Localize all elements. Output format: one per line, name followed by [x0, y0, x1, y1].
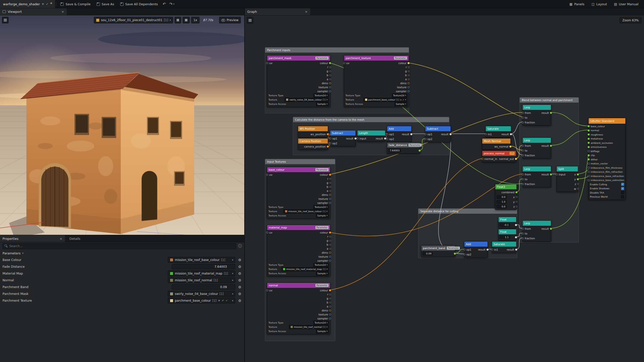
pin[interactable]	[327, 146, 329, 148]
node-select[interactable]: swirly_noise_04_base_colour[1]▾	[285, 98, 329, 102]
pin[interactable]	[329, 289, 331, 291]
stop-button[interactable]	[183, 17, 190, 23]
value-box[interactable]: 0.0	[497, 195, 507, 199]
node-select[interactable]: Texture2d▾	[313, 94, 329, 98]
check-icon[interactable]: ✓	[403, 99, 404, 101]
tab-properties[interactable]: Properties ×	[0, 235, 65, 242]
pin[interactable]	[516, 196, 517, 198]
pin[interactable]	[329, 82, 331, 84]
pin[interactable]	[450, 133, 452, 135]
tab-viewport[interactable]: Viewport ×	[0, 8, 67, 15]
pin[interactable]	[410, 133, 412, 135]
layout-button[interactable]: ◫ Layout	[588, 0, 610, 8]
viewport-menu-button[interactable]	[2, 17, 9, 23]
pin[interactable]	[408, 62, 410, 64]
pin[interactable]	[588, 171, 590, 173]
gear-icon[interactable]: ⚙	[235, 265, 244, 269]
pin[interactable]	[588, 158, 590, 160]
info-icon[interactable]: ⓘ	[238, 244, 242, 248]
pin[interactable]	[329, 306, 331, 307]
pin[interactable]	[522, 121, 524, 123]
value-box[interactable]: 7.64003	[388, 149, 401, 152]
graph-node-lerp4[interactable]: Lerpfromresulttofraction	[522, 220, 551, 242]
graph-node-add2[interactable]: Addop1resultop2	[464, 241, 488, 258]
search-input[interactable]	[3, 243, 236, 249]
pin[interactable]	[588, 125, 590, 127]
number-field[interactable]: 7.64003	[172, 264, 235, 269]
pin[interactable]	[408, 90, 410, 92]
panels-button[interactable]: ▦ Panels	[566, 0, 587, 8]
pin[interactable]	[329, 256, 331, 258]
pin[interactable]	[588, 154, 590, 156]
pin[interactable]	[329, 260, 331, 262]
pin[interactable]	[588, 146, 590, 148]
pin[interactable]	[522, 233, 524, 235]
graph-canvas[interactable]: Zoom 63% Parchment inputsCalculate the d…	[245, 15, 644, 362]
texture-select[interactable]: mission_tile_roof_base_colour[1]▾	[168, 257, 235, 263]
pin[interactable]	[510, 133, 512, 135]
checkbox[interactable]	[621, 195, 624, 198]
pin[interactable]	[424, 133, 426, 135]
node-select[interactable]: Sample▾	[316, 272, 329, 276]
zoom-indicator[interactable]: Zoom 63%	[620, 17, 641, 23]
pin[interactable]	[408, 82, 410, 84]
pin[interactable]	[408, 78, 410, 80]
pin[interactable]	[588, 150, 590, 152]
node-select[interactable]: Texture2d▾	[392, 94, 407, 98]
pin[interactable]	[329, 190, 331, 192]
plus-icon[interactable]: +	[42, 2, 44, 6]
node-select[interactable]: Sample▾	[394, 102, 407, 106]
value-box[interactable]: 0.09	[423, 252, 433, 255]
checkbox[interactable]: ✓	[621, 183, 624, 186]
pin[interactable]	[329, 236, 331, 238]
node-select[interactable]: Texture2d▾	[313, 205, 329, 209]
graph-node-split[interactable]: Splitinputxyzw	[556, 166, 578, 192]
pin[interactable]	[588, 167, 590, 169]
document-tab[interactable]: warforge_demo_shader + ✓ *	[0, 0, 55, 8]
check-icon[interactable]: ✓	[226, 299, 228, 302]
pin[interactable]	[588, 133, 590, 135]
pin[interactable]	[515, 249, 517, 251]
graph-node-parchment_texture[interactable]: parchment_textureParameteruvcolourrgbadi…	[344, 55, 409, 107]
pin[interactable]	[408, 70, 410, 72]
pin[interactable]	[509, 146, 511, 148]
pin[interactable]	[329, 298, 331, 299]
graph-node-length[interactable]: Lengthinputresult	[357, 130, 385, 142]
graph-node-float_a[interactable]: Float-0.1	[498, 217, 516, 228]
graph-node-lerp1[interactable]: Lerpfromresulttofraction	[522, 105, 551, 126]
pin[interactable]	[329, 138, 331, 140]
pin[interactable]	[577, 183, 579, 185]
gear-icon[interactable]: ⚙	[235, 258, 244, 262]
pin[interactable]	[329, 74, 331, 76]
pin[interactable]	[522, 178, 524, 180]
pin[interactable]	[550, 112, 552, 114]
graph-node-float_b[interactable]: Float1.1	[498, 229, 516, 241]
graph-node-normal[interactable]: normalParameteruvcolourrgbadimstexturesa…	[267, 283, 330, 334]
number-field[interactable]: 0.09	[172, 284, 235, 290]
graph-node-fade_distance[interactable]: fade_distanceParameter7.64003	[387, 142, 420, 154]
node-select[interactable]: Sample▾	[316, 329, 329, 333]
pin[interactable]	[266, 174, 268, 176]
pin[interactable]	[329, 240, 331, 242]
pin[interactable]	[329, 90, 331, 92]
pin[interactable]	[408, 86, 410, 88]
graph-node-lerp3[interactable]: Lerpfromresulttofraction	[522, 166, 551, 187]
gear-icon[interactable]: ⚙	[235, 299, 244, 303]
pin[interactable]	[266, 62, 268, 64]
user-manual-button[interactable]: ▤ User Manual	[611, 0, 641, 8]
pin[interactable]	[522, 112, 524, 114]
pin[interactable]	[515, 224, 517, 226]
texture-select[interactable]: swirly_noise_04_base_colour[1]▾	[168, 291, 235, 297]
graph-node-saturate2[interactable]: Saturatein1result	[492, 241, 516, 253]
pin[interactable]	[343, 62, 345, 64]
pin[interactable]	[515, 236, 517, 238]
pin[interactable]	[329, 182, 331, 184]
pin[interactable]	[481, 158, 483, 160]
node-select[interactable]: mission_tile_roof_normal[1]▾	[289, 325, 329, 329]
pin[interactable]	[329, 302, 331, 303]
pin[interactable]	[419, 150, 421, 152]
pin[interactable]	[522, 150, 524, 152]
graph-node-process_normal[interactable]: process_normal[?]normal_innormal_out	[482, 151, 516, 162]
graph-group-header[interactable]: Calculate the distance from the camera t…	[293, 117, 449, 122]
node-select[interactable]: parchment_base_colour[1]+✓▾	[364, 98, 407, 102]
